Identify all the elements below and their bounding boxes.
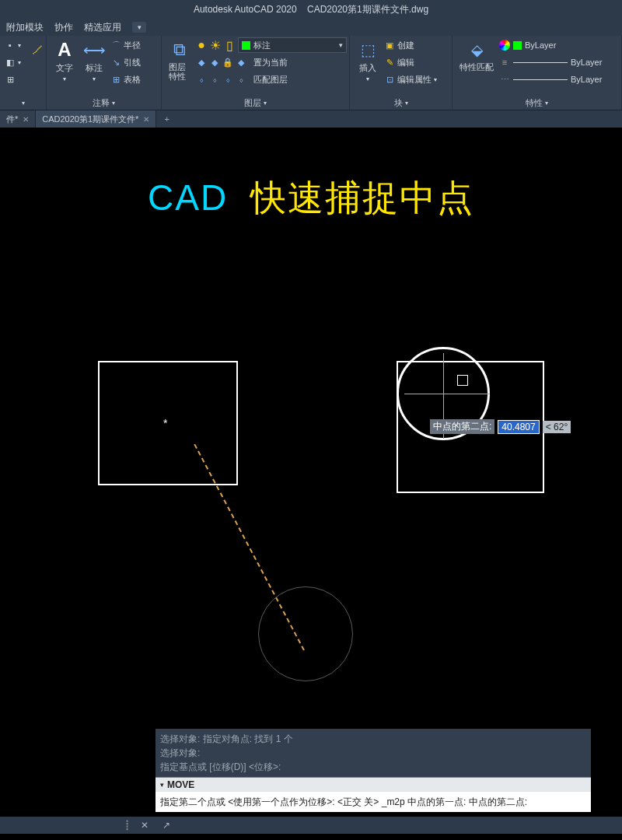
ribbon: ▪▾ ◧▾ ⊞ ⟋ ▾ A 文字 ▾ ⟷ 标注 ▾ ⌒半径 ↘引线 [0,36,622,110]
layers-icon: ⧉ [169,39,190,61]
close-icon[interactable]: ✕ [23,115,29,124]
status-bar: ┋ ✕ ↗ [0,817,622,834]
text-icon: A [54,39,75,61]
dynamic-input-tooltip: 中点的第二点: 40.4807 < 62° [430,419,571,434]
create-icon: ▣ [384,40,395,51]
document-tabs: 件* ✕ CAD2020第1期课件文件* ✕ + [0,110,622,128]
panel-label-layers[interactable]: 图层▾ [166,96,344,110]
star-marker: * [163,417,167,429]
table-icon: ⊞ [110,74,121,85]
leader-button[interactable]: ↘引线 [110,54,141,70]
panel-label-properties[interactable]: 特性▾ [457,96,617,110]
tooltip-value[interactable]: 40.4807 [498,420,539,434]
circle-faded [258,586,353,681]
layer-tool-icon: ◆ [196,57,207,68]
linetype-dropdown[interactable]: ⋯ ByLayer [499,72,602,87]
color-swatch [513,41,522,50]
menu-bar: 附加模块 协作 精选应用 ▾ [0,19,622,36]
drawing-canvas[interactable]: CAD 快速捕捉中点 * 中点的第二点: 40.4807 < 62° [0,128,622,734]
ribbon-panel-annotation: A 文字 ▾ ⟷ 标注 ▾ ⌒半径 ↘引线 ⊞表格 注释▾ [47,36,162,110]
close-icon[interactable]: ✕ [143,115,149,124]
edit-icon: ✎ [384,57,395,68]
ribbon-panel-layers: ⧉ 图层特性 ● ☀ ▯ 标注 ▾ ◆◆🔒◆ 置为当前 ⬨⬨⬨⬨ 匹配图层 [162,36,350,110]
dimension-button[interactable]: ⟷ 标注 ▾ [81,37,107,96]
status-close-icon[interactable]: ✕ [138,820,152,831]
layer-dropdown[interactable]: 标注 ▾ [238,37,347,53]
radius-icon: ⌒ [110,40,121,51]
ribbon-edge-btn3[interactable]: ⊞ [5,72,21,87]
command-history: 选择对象: 指定对角点: 找到 1 个 选择对象: 指定基点或 [位移(D)] … [156,729,591,777]
app-name: Autodesk AutoCAD 2020 [194,4,297,15]
menu-featured[interactable]: 精选应用 [84,21,121,34]
radius-button[interactable]: ⌒半径 [110,37,141,53]
leader-icon: ↘ [110,57,121,68]
misc-icon: ⊞ [5,74,16,85]
layer-properties-button[interactable]: ⧉ 图层特性 [166,37,193,96]
ribbon-panel-edge: ▪▾ ◧▾ ⊞ ⟋ ▾ [0,36,47,110]
edit-block-button[interactable]: ✎编辑 [384,54,437,70]
color-dropdown[interactable]: ByLayer [499,37,602,53]
lineweight-dropdown[interactable]: ≡ ByLayer [499,54,602,70]
tab-2[interactable]: CAD2020第1期课件文件* ✕ [36,110,156,128]
panel-label-annotation[interactable]: 注释▾ [51,96,156,110]
linetype-icon: ⋯ [499,74,510,85]
tooltip-angle: < 62° [543,421,571,433]
tooltip-label: 中点的第二点: [430,419,494,434]
command-prompt[interactable]: 指定第二个点或 <使用第一个点作为位移>: <正交 关> _m2p 中点的第一点… [156,792,591,812]
rectangle-left [98,361,238,485]
command-name: MOVE [167,779,194,790]
text-button[interactable]: A 文字 ▾ [51,37,78,96]
menu-addon[interactable]: 附加模块 [6,21,44,34]
file-name: CAD2020第1期课件文件.dwg [307,4,428,15]
match-properties-button[interactable]: ⬙ 特性匹配 [457,37,496,96]
new-tab-button[interactable]: + [156,114,176,124]
ribbon-panel-block: ⬚ 插入 ▾ ▣创建 ✎编辑 ⊡编辑属性 ▾ 块▾ [350,36,453,110]
dimension-icon: ⟷ [83,39,105,61]
cursor-pickbox [457,375,468,386]
lineweight-icon: ≡ [499,57,510,68]
ribbon-edge-btn2[interactable]: ◧▾ [5,54,21,70]
lock-icon[interactable]: ▯ [224,40,235,51]
layer-icon: ◧ [5,57,16,68]
canvas-heading: CAD 快速捕捉中点 [0,174,622,222]
crosshair-horizontal [404,394,490,394]
chevron-down-icon[interactable]: ▾ [160,781,164,789]
line-preview2 [513,79,568,80]
title-bar: Autodesk AutoCAD 2020 CAD2020第1期课件文件.dwg [0,0,622,19]
ruler-icon: ⟋ [26,39,48,61]
layer-color-swatch [242,41,250,50]
tab-1[interactable]: 件* ✕ [0,110,36,128]
set-current-button[interactable]: ◆◆🔒◆ 置为当前 [196,54,347,70]
command-header: ▾ MOVE [156,777,591,792]
create-block-button[interactable]: ▣创建 [384,37,437,53]
line-preview [513,62,568,63]
dot-icon: ▪ [5,40,16,51]
color-wheel-icon [499,40,510,51]
panel-label-block[interactable]: 块▾ [355,96,447,110]
command-line-panel: 选择对象: 指定对角点: 找到 1 个 选择对象: 指定基点或 [位移(D)] … [156,729,591,812]
ribbon-panel-properties: ⬙ 特性匹配 ByLayer ≡ ByLayer ⋯ ByLayer [453,36,622,110]
ribbon-edge-btn1[interactable]: ▪▾ [5,37,21,53]
panel-label-edge: ▾ [5,96,41,110]
sun-icon[interactable]: ☀ [210,40,221,51]
table-button[interactable]: ⊞表格 [110,72,141,87]
match-props-icon: ⬙ [466,39,487,61]
status-arrow-icon[interactable]: ↗ [159,820,173,831]
attr-icon: ⊡ [384,74,395,85]
menu-collab[interactable]: 协作 [54,21,73,34]
match-icon: ⬨ [196,74,207,85]
insert-button[interactable]: ⬚ 插入 ▾ [355,37,381,96]
lock2-icon: 🔒 [222,57,233,68]
insert-icon: ⬚ [357,39,379,61]
edit-attr-button[interactable]: ⊡编辑属性 ▾ [384,72,437,87]
match-layer-button[interactable]: ⬨⬨⬨⬨ 匹配图层 [196,72,347,87]
bulb-icon[interactable]: ● [196,40,207,51]
menu-overflow-icon[interactable]: ▾ [132,22,146,33]
